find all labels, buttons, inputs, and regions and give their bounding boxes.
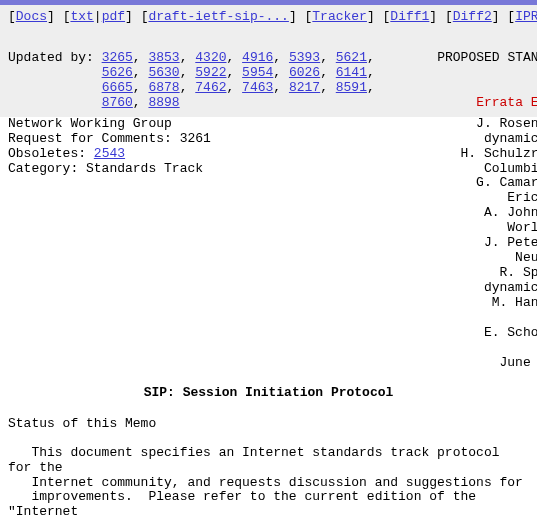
pdf-link[interactable]: pdf [102, 9, 125, 24]
rfc-8217-link[interactable]: 8217 [289, 80, 320, 95]
rfc-3265-link[interactable]: 3265 [102, 50, 133, 65]
errata-link[interactable]: Errata Exist [476, 95, 537, 110]
rfc-7463-link[interactable]: 7463 [242, 80, 273, 95]
docs-link[interactable]: Docs [16, 9, 47, 24]
rfc-5393-link[interactable]: 5393 [289, 50, 320, 65]
rfc-6878-link[interactable]: 6878 [148, 80, 179, 95]
rfc-5630-link[interactable]: 5630 [148, 65, 179, 80]
rfc-5621-link[interactable]: 5621 [336, 50, 367, 65]
rfc-5626-link[interactable]: 5626 [102, 65, 133, 80]
status-heading: Status of this Memo [0, 408, 537, 431]
rfc-6665-link[interactable]: 6665 [102, 80, 133, 95]
rfc-4916-link[interactable]: 4916 [242, 50, 273, 65]
obsoletes-rfc-link[interactable]: 2543 [94, 146, 125, 161]
rfc-6141-link[interactable]: 6141 [336, 65, 367, 80]
rfc-4320-link[interactable]: 4320 [195, 50, 226, 65]
diff2-link[interactable]: Diff2 [453, 9, 492, 24]
draft-link[interactable]: draft-ietf-sip-... [148, 9, 288, 24]
rfc-7462-link[interactable]: 7462 [195, 80, 226, 95]
rfc-8898-link[interactable]: 8898 [148, 95, 179, 110]
txt-link[interactable]: txt [70, 9, 93, 24]
nav-link-row: [Docs] [txt|pdf] [draft-ietf-sip-...] [T… [0, 5, 537, 28]
rfc-5954-link[interactable]: 5954 [242, 65, 273, 80]
header-meta-box: Updated by: 3265, 3853, 4320, 4916, 5393… [0, 28, 537, 117]
rfc-8591-link[interactable]: 8591 [336, 80, 367, 95]
document-title: SIP: Session Initiation Protocol [0, 371, 537, 408]
ipr-link[interactable]: IPR [515, 9, 537, 24]
header-plain-block: Network Working Group J. Rosenberg Reque… [0, 117, 537, 371]
memo-text: This document specifies an Internet stan… [0, 446, 537, 521]
tracker-link[interactable]: Tracker [312, 9, 367, 24]
rfc-5922-link[interactable]: 5922 [195, 65, 226, 80]
rfc-6026-link[interactable]: 6026 [289, 65, 320, 80]
rfc-8760-link[interactable]: 8760 [102, 95, 133, 110]
rfc-3853-link[interactable]: 3853 [148, 50, 179, 65]
diff1-link[interactable]: Diff1 [390, 9, 429, 24]
